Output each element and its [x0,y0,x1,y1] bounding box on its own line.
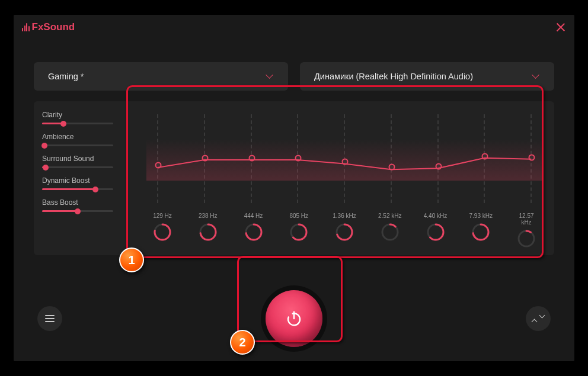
menu-icon [45,315,55,322]
svg-point-16 [519,231,534,246]
close-icon[interactable] [555,22,566,33]
brand: FxSound [22,21,75,33]
slider-dynamic-boost[interactable]: Dynamic Boost [42,176,126,190]
slider-clarity[interactable]: Clarity [42,111,126,124]
preset-select[interactable]: Gaming * [34,62,288,91]
titlebar: FxSound [14,15,574,40]
eq-dial[interactable] [153,223,172,242]
collapse-icon [533,313,544,324]
eq-band: 238 Hz [195,213,221,248]
device-select[interactable]: Динамики (Realtek High Definition Audio) [300,62,554,91]
eq-dial[interactable] [199,223,218,242]
power-button[interactable] [266,290,322,347]
eq-dial[interactable] [381,223,400,242]
eq-line [146,114,542,213]
bottom-row [14,290,574,347]
slider-surround[interactable]: Surround Sound [42,155,126,168]
eq-freq-label: 444 Hz [241,213,267,219]
eq-band: 805 Hz [286,213,312,248]
collapse-button[interactable] [526,306,551,331]
eq-band: 129 Hz [149,213,175,248]
eq-band: 4.40 kHz [423,213,449,248]
eq-freq-label: 129 Hz [149,213,175,219]
slider-ambience[interactable]: Ambience [42,133,126,146]
eq-chart [146,114,542,209]
device-label: Динамики (Realtek High Definition Audio) [314,72,473,81]
eq-dial[interactable] [426,223,445,242]
slider-label: Ambience [42,133,126,141]
equalizer: 129 Hz238 Hz444 Hz805 Hz1.36 kHz2.52 kHz… [135,101,554,255]
brand-text: FxSound [32,21,75,33]
eq-band: 7.93 kHz [468,213,494,248]
slider-label: Surround Sound [42,155,126,163]
brand-bars-icon [22,23,30,31]
eq-freq-label: 4.40 kHz [423,213,449,219]
eq-band: 1.36 kHz [331,213,357,248]
main-panel: Clarity Ambience Surround Sound Dynamic … [34,101,554,255]
chevron-down-icon [266,72,274,81]
eq-freq-label: 805 Hz [286,213,312,219]
eq-freq-label: 238 Hz [195,213,221,219]
preset-label: Gaming * [48,72,84,81]
app-window: FxSound Gaming * Динамики (Realtek High … [14,15,574,361]
eq-band: 2.52 kHz [377,213,403,248]
eq-dial[interactable] [289,223,308,242]
eq-freq-label: 2.52 kHz [377,213,403,219]
eq-dial[interactable] [471,223,490,242]
eq-freq-label: 1.36 kHz [331,213,357,219]
eq-freq-label: 12.57 kHz [513,213,539,226]
chevron-down-icon [532,72,540,81]
menu-button[interactable] [37,306,62,331]
eq-dial[interactable] [244,223,263,242]
slider-label: Dynamic Boost [42,176,126,185]
slider-label: Bass Boost [42,198,126,207]
eq-band: 12.57 kHz [513,213,539,248]
power-icon [285,310,303,327]
slider-label: Clarity [42,111,126,119]
eq-band: 444 Hz [241,213,267,248]
slider-bass-boost[interactable]: Bass Boost [42,198,126,212]
eq-bands: 129 Hz238 Hz444 Hz805 Hz1.36 kHz2.52 kHz… [149,209,539,248]
eq-dial[interactable] [335,223,354,242]
eq-freq-label: 7.93 kHz [468,213,494,219]
effect-sliders: Clarity Ambience Surround Sound Dynamic … [34,101,135,255]
select-row: Gaming * Динамики (Realtek High Definiti… [14,40,574,101]
eq-dial[interactable] [517,229,536,248]
